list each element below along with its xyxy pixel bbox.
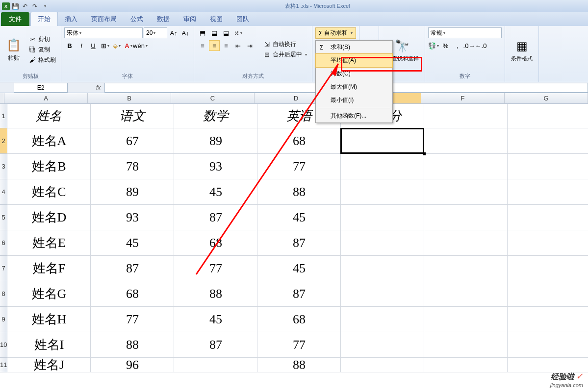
cell[interactable] [424,332,508,358]
cell[interactable] [508,230,588,256]
underline-button[interactable]: U [88,40,99,51]
cell[interactable] [341,358,424,372]
conditional-format-button[interactable]: ▦ 条件格式 [508,27,536,73]
menu-max[interactable]: 最大值(M) [316,80,392,94]
cell[interactable] [508,104,588,128]
col-header-B[interactable]: B [88,93,171,104]
cell[interactable] [341,154,424,179]
border-button[interactable]: ⊞ [100,40,110,51]
cell[interactable]: 姓名J [7,358,91,372]
cell[interactable]: 68 [257,128,341,154]
indent-increase-icon[interactable]: ⇥ [244,40,255,51]
cell[interactable] [424,230,508,256]
align-left-icon[interactable]: ≡ [197,40,208,51]
cell[interactable]: 87 [257,230,341,256]
cell[interactable]: 姓名F [7,256,91,281]
tab-formulas[interactable]: 公式 [124,12,150,26]
cell[interactable]: 数学 [174,104,257,128]
row-header[interactable]: 4 [0,179,7,205]
cell[interactable] [341,179,424,205]
align-right-icon[interactable]: ≡ [221,40,231,51]
percent-button[interactable]: % [440,40,451,51]
cell[interactable]: 89 [91,179,174,205]
increase-decimal-button[interactable]: .0→ [463,40,474,51]
cut-button[interactable]: ✂剪切 [26,35,58,44]
undo-icon[interactable]: ↶ [21,2,29,11]
cell[interactable] [424,179,508,205]
select-all-corner[interactable] [0,93,4,104]
font-name-select[interactable]: 宋体 [64,27,143,38]
italic-button[interactable]: I [76,40,87,51]
row-header[interactable]: 8 [0,281,7,307]
cell[interactable] [341,256,424,281]
tab-review[interactable]: 审阅 [177,12,203,26]
cell-E2-active[interactable] [341,128,424,154]
cell[interactable]: 68 [174,230,257,256]
cell[interactable] [424,128,508,154]
cell[interactable] [508,358,588,372]
cell[interactable]: 89 [174,128,257,154]
autosum-button[interactable]: Σ 自动求和 [315,27,356,39]
cell[interactable]: 68 [91,281,174,307]
cell[interactable] [508,128,588,154]
cell[interactable]: 77 [91,307,174,332]
tab-layout[interactable]: 页面布局 [84,12,124,26]
orientation-icon[interactable]: ⤭ [232,27,243,38]
cell[interactable] [424,358,508,372]
cell[interactable]: 96 [91,358,174,372]
cell[interactable]: 88 [174,281,257,307]
row-header[interactable]: 7 [0,256,7,281]
fx-icon[interactable]: fx [92,84,104,91]
copy-button[interactable]: ⿻复制 [26,45,58,54]
cell[interactable] [341,281,424,307]
tab-insert[interactable]: 插入 [58,12,84,26]
menu-other-functions[interactable]: 其他函数(F)... [316,109,392,122]
cell[interactable]: 68 [257,307,341,332]
cell[interactable]: 语文 [91,104,174,128]
bold-button[interactable]: B [64,40,75,51]
cell[interactable]: 姓名D [7,205,91,230]
increase-font-icon[interactable]: A↑ [168,27,179,38]
cell[interactable] [508,205,588,230]
cell[interactable] [424,104,508,128]
cell[interactable]: 77 [257,154,341,179]
cell[interactable]: 45 [257,256,341,281]
cell[interactable]: 88 [91,332,174,358]
cell[interactable] [424,307,508,332]
decrease-font-icon[interactable]: A↓ [180,27,191,38]
cell[interactable]: 姓名C [7,179,91,205]
menu-average[interactable]: 平均值(A) [315,53,393,68]
cell[interactable] [424,256,508,281]
row-header[interactable]: 6 [0,230,7,256]
row-header[interactable]: 3 [0,154,7,179]
cell[interactable]: 姓名I [7,332,91,358]
tab-team[interactable]: 团队 [230,12,256,26]
cell[interactable]: 67 [91,128,174,154]
cell[interactable] [508,281,588,307]
align-bottom-icon[interactable]: ⬓ [221,27,231,38]
cell[interactable] [341,332,424,358]
align-middle-icon[interactable]: ⬓ [209,27,220,38]
name-box[interactable]: E2 [14,83,68,93]
decrease-decimal-button[interactable]: ←.0 [475,40,486,51]
number-format-select[interactable]: 常规 [428,27,502,38]
fill-color-button[interactable]: ⬙ [111,40,122,51]
cell[interactable]: 姓名G [7,281,91,307]
merge-center-button[interactable]: ⊟合并后居中 [261,50,309,59]
row-header[interactable]: 5 [0,205,7,230]
cell[interactable] [341,307,424,332]
cell[interactable]: 87 [174,332,257,358]
paste-button[interactable]: 📋 粘贴 [3,27,25,72]
cell[interactable] [508,332,588,358]
row-header[interactable]: 2 [0,128,7,154]
cell[interactable] [424,154,508,179]
cell[interactable] [508,307,588,332]
cell[interactable]: 45 [91,230,174,256]
format-painter-button[interactable]: 🖌格式刷 [26,55,58,65]
tab-view[interactable]: 视图 [203,12,230,26]
col-header-G[interactable]: G [505,93,588,104]
cell[interactable]: 45 [174,179,257,205]
col-header-F[interactable]: F [421,93,505,104]
align-center-icon[interactable]: ≡ [209,40,220,51]
cell[interactable]: 87 [91,256,174,281]
